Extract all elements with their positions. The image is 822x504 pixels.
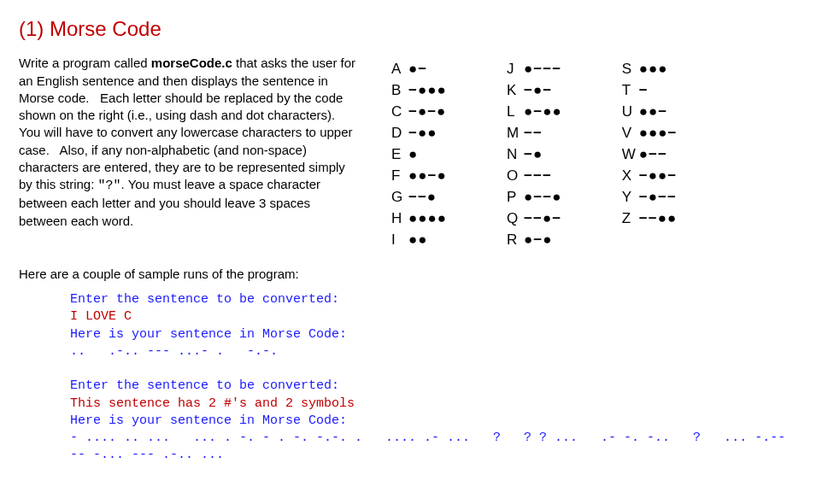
morse-code: ●●●	[639, 60, 668, 79]
morse-letter: G	[391, 188, 405, 208]
morse-chart-column-0: A●−B−●●●C−●−●D−●●E●F●●−●G−−●H●●●●I●●	[391, 60, 447, 249]
morse-code: −●●	[408, 124, 437, 144]
morse-code: ●●	[408, 231, 428, 250]
morse-letter: Q	[507, 209, 520, 229]
morse-entry-U: U●●−	[622, 103, 678, 122]
morse-letter: R	[507, 231, 520, 250]
morse-code: ●−−●	[524, 188, 561, 208]
morse-letter: O	[507, 167, 520, 186]
morse-entry-W: W●−−	[622, 145, 678, 165]
morse-code: −●−−	[639, 188, 677, 208]
morse-letter: J	[507, 60, 520, 79]
terminal-line-4	[70, 360, 788, 378]
morse-entry-T: T−	[622, 81, 678, 101]
morse-entry-N: N−●	[507, 145, 562, 165]
morse-code: −●●−	[639, 167, 677, 186]
morse-entry-Q: Q−−●−	[507, 209, 562, 229]
morse-letter: N	[507, 145, 520, 165]
morse-entry-V: V●●●−	[622, 124, 678, 144]
morse-entry-F: F●●−●	[391, 167, 447, 186]
morse-code: −●−●	[408, 103, 446, 122]
morse-entry-E: E●	[391, 145, 447, 165]
morse-code: −−−	[524, 167, 552, 186]
morse-code: ●−	[408, 60, 427, 79]
morse-code: ●●●●	[408, 209, 447, 229]
morse-entry-M: M−−	[507, 124, 562, 144]
morse-letter: F	[391, 167, 405, 186]
morse-letter: L	[507, 103, 520, 122]
terminal-line-8: - .... .. ... ... . -. - . -. -.-. . ...…	[70, 430, 788, 465]
morse-code: ●●−	[639, 103, 667, 122]
morse-entry-P: P●−−●	[507, 188, 562, 208]
morse-entry-I: I●●	[391, 231, 447, 250]
morse-letter: I	[391, 231, 405, 250]
terminal-line-7: Here is your sentence in Morse Code:	[70, 413, 788, 430]
morse-entry-O: O−−−	[507, 167, 562, 186]
morse-entry-A: A●−	[391, 60, 447, 79]
morse-entry-C: C−●−●	[391, 103, 447, 122]
morse-code: −●−	[524, 81, 552, 101]
morse-code: −−●	[408, 188, 437, 208]
morse-code: −	[639, 81, 649, 101]
content-row: Write a program called morseCode.c that …	[19, 55, 803, 249]
morse-entry-R: R●−●	[507, 231, 562, 250]
morse-entry-G: G−−●	[391, 188, 447, 208]
morse-code: −●	[524, 145, 543, 165]
morse-entry-Z: Z−−●●	[622, 209, 678, 229]
sample-runs-heading: Here are a couple of sample runs of the …	[19, 266, 803, 283]
terminal-line-5: Enter the sentence to be converted:	[70, 378, 788, 395]
morse-code: −−	[524, 124, 543, 144]
morse-entry-L: L●−●●	[507, 103, 562, 122]
morse-code: ●−−	[639, 145, 667, 165]
morse-letter: B	[391, 81, 405, 101]
morse-letter: W	[622, 145, 636, 165]
morse-code: ●●●−	[639, 124, 678, 144]
morse-code: ●−●	[524, 231, 552, 250]
morse-letter: C	[391, 103, 405, 122]
morse-code: −−●−	[524, 209, 561, 229]
morse-chart-column-1: J●−−−K−●−L●−●●M−−N−●O−−−P●−−●Q−−●−R●−●	[507, 60, 562, 249]
sample-terminal-output: Enter the sentence to be converted:I LOV…	[70, 291, 788, 465]
instructions-paragraph: Write a program called morseCode.c that …	[19, 55, 357, 230]
morse-letter: Z	[622, 209, 636, 229]
morse-letter: V	[622, 124, 636, 144]
morse-code-chart: A●−B−●●●C−●−●D−●●E●F●●−●G−−●H●●●●I●●J●−−…	[391, 55, 678, 249]
morse-entry-H: H●●●●	[391, 209, 447, 229]
morse-entry-B: B−●●●	[391, 81, 447, 101]
morse-letter: S	[622, 60, 636, 79]
terminal-line-3: .. .-.. --- ...- . -.-.	[70, 343, 788, 360]
morse-letter: K	[507, 81, 520, 101]
morse-entry-S: S●●●	[622, 60, 678, 79]
terminal-line-2: Here is your sentence in Morse Code:	[70, 326, 788, 343]
morse-letter: D	[391, 124, 405, 144]
morse-letter: M	[507, 124, 520, 144]
morse-entry-J: J●−−−	[507, 60, 562, 79]
morse-code: ●	[408, 145, 418, 165]
terminal-line-0: Enter the sentence to be converted:	[70, 291, 788, 308]
morse-entry-X: X−●●−	[622, 167, 678, 186]
exercise-title: (1) Morse Code	[19, 15, 803, 43]
morse-code: ●−−−	[524, 60, 561, 79]
morse-code: −−●●	[639, 209, 677, 229]
morse-letter: E	[391, 145, 405, 165]
morse-letter: T	[622, 81, 636, 101]
terminal-line-1: I LOVE C	[70, 308, 788, 325]
morse-letter: U	[622, 103, 636, 122]
morse-letter: A	[391, 60, 405, 79]
morse-letter: P	[507, 188, 520, 208]
morse-letter: X	[622, 167, 636, 186]
morse-letter: Y	[622, 188, 636, 208]
terminal-line-6: This sentence has 2 #'s and 2 symbols	[70, 396, 788, 413]
morse-entry-D: D−●●	[391, 124, 447, 144]
morse-chart-column-2: S●●●T−U●●−V●●●−W●−−X−●●−Y−●−−Z−−●●	[622, 60, 678, 249]
morse-code: ●●−●	[408, 167, 447, 186]
morse-letter: H	[391, 209, 405, 229]
morse-code: −●●●	[408, 81, 447, 101]
morse-entry-Y: Y−●−−	[622, 188, 678, 208]
morse-entry-K: K−●−	[507, 81, 562, 101]
morse-code: ●−●●	[524, 103, 562, 122]
